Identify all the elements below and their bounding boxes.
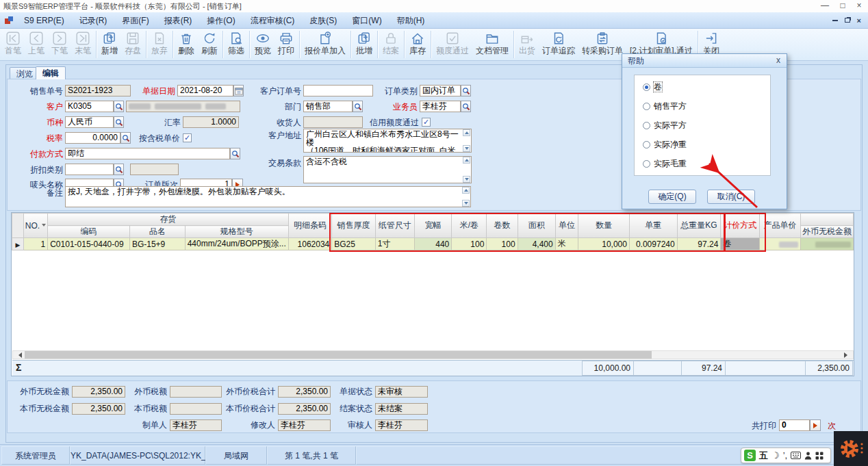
radio-option-actual-sqm[interactable]: 实际平方 xyxy=(643,120,687,130)
department-field[interactable]: 销售部 xyxy=(303,101,353,112)
scroll-up-icon[interactable] xyxy=(463,157,470,164)
salesman-lookup-button[interactable] xyxy=(461,101,471,112)
trade-terms-textarea[interactable]: 含运不含税 xyxy=(303,156,472,183)
radio-icon[interactable] xyxy=(643,160,650,168)
mdi-minimize-icon[interactable] xyxy=(832,20,838,21)
toolbar-button-stock[interactable]: 库存 xyxy=(406,30,429,57)
menu-operation[interactable]: 操作(O) xyxy=(199,12,242,29)
tax-rate-lookup-button[interactable] xyxy=(120,132,131,144)
date-picker-button[interactable] xyxy=(233,85,244,96)
horizontal-scrollbar[interactable] xyxy=(12,350,854,359)
cell-barcode[interactable]: 1062034 xyxy=(288,238,332,250)
mdi-restore-icon[interactable] xyxy=(845,18,850,23)
radio-option-net-weight[interactable]: 实际净重 xyxy=(643,140,687,149)
customer-po-field[interactable] xyxy=(303,85,373,96)
radio-icon[interactable] xyxy=(643,103,650,110)
dialog-close-icon[interactable]: x xyxy=(773,55,784,66)
payment-field[interactable]: 即结 xyxy=(65,148,230,159)
col-header-width[interactable]: 宽幅 xyxy=(414,213,452,238)
col-header-unit-weight[interactable]: 单重 xyxy=(629,213,677,238)
moon-icon[interactable]: ☽ xyxy=(771,449,780,463)
toolbar-button-next-record[interactable]: 下笔 xyxy=(48,30,71,57)
menu-record[interactable]: 记录(R) xyxy=(72,12,115,29)
col-header-meters-per-roll[interactable]: 米/卷 xyxy=(452,213,487,238)
col-header-area[interactable]: 面积 xyxy=(518,213,555,238)
menu-ui[interactable]: 界面(F) xyxy=(114,12,156,29)
toolbar-button-shipment[interactable]: 出货 xyxy=(515,30,539,57)
department-lookup-button[interactable] xyxy=(353,101,363,112)
discount-type-field[interactable] xyxy=(65,164,114,175)
cell-core-size[interactable]: 1寸 xyxy=(375,238,414,250)
toolbar-button-batch-add[interactable]: 批增 xyxy=(353,30,376,57)
menu-window[interactable]: 窗口(W) xyxy=(344,12,389,29)
cell-meters-per-roll[interactable]: 100 xyxy=(452,238,487,250)
corner-app-overlay[interactable] xyxy=(834,431,868,466)
toolbar-button-last-record[interactable]: 末笔 xyxy=(71,30,94,57)
scroll-down-icon[interactable] xyxy=(463,176,470,183)
cell-thickness[interactable]: BG25 xyxy=(332,238,375,250)
toolbar-button-refresh[interactable]: 刷新 xyxy=(198,30,221,57)
doc-date-field[interactable]: 2021-08-20 xyxy=(177,85,233,96)
col-header-core-size[interactable]: 纸管尺寸 xyxy=(375,213,414,238)
cell-unit-weight[interactable]: 0.0097240 xyxy=(629,238,677,250)
print-count-field[interactable]: 0 xyxy=(779,419,810,431)
ok-button[interactable]: 确定(Q) xyxy=(648,190,696,204)
scroll-down-icon[interactable] xyxy=(463,145,470,152)
toolbar-button-add-from-quote[interactable]: 报价单加入 xyxy=(301,30,349,57)
radio-option-sales-sqm[interactable]: 销售平方 xyxy=(643,101,687,111)
radio-option-gross-weight[interactable]: 实际毛重 xyxy=(643,159,687,168)
toolbar-button-order-tracking[interactable]: 订单追踪 xyxy=(539,30,578,57)
col-group-inventory[interactable]: 存货 xyxy=(48,213,289,226)
cell-total-weight[interactable]: 97.24 xyxy=(677,238,721,250)
col-header-pricing-mode[interactable]: 计价方式 xyxy=(721,213,760,238)
toolbar-button-save[interactable]: 存盘 xyxy=(121,30,144,57)
col-header-total-weight[interactable]: 总重量KG xyxy=(677,213,721,238)
menu-s9erp[interactable]: S9 ERP(E) xyxy=(16,12,72,29)
radio-icon[interactable] xyxy=(643,122,650,129)
tax-rate-field[interactable]: 0.0000 xyxy=(65,132,120,144)
cell-spec[interactable]: 440mm/24um/BOPP预涂... xyxy=(185,238,288,250)
cell-no[interactable]: 1 xyxy=(23,238,47,250)
toolbar-button-print[interactable]: 打印 xyxy=(275,30,298,57)
punctuation-icon[interactable]: ’, xyxy=(783,449,788,463)
col-header-code[interactable]: 编码 xyxy=(48,226,130,238)
keyboard-icon[interactable] xyxy=(791,452,801,459)
cell-width[interactable]: 440 xyxy=(414,238,452,250)
toolbar-button-quota-pass[interactable]: 额度通过 xyxy=(433,30,472,57)
salesman-field[interactable]: 李桂芬 xyxy=(420,101,461,112)
cell-fc-amount-redacted[interactable] xyxy=(800,238,853,250)
trade-terms-scrollbar[interactable] xyxy=(462,157,471,183)
maximize-window-icon[interactable]: □ xyxy=(834,0,852,12)
customer-code-field[interactable]: K0305 xyxy=(65,101,114,112)
order-type-field[interactable]: 国内订单 xyxy=(420,85,461,96)
currency-lookup-button[interactable] xyxy=(114,116,124,128)
radio-selected-icon[interactable] xyxy=(643,83,650,91)
scroll-right-icon[interactable] xyxy=(844,352,850,358)
col-header-unit[interactable]: 单位 xyxy=(555,213,578,238)
toolbar-button-close-case[interactable]: 结案 xyxy=(379,30,403,57)
toolbar-button-discard[interactable]: 放弃 xyxy=(148,30,171,57)
minimize-window-icon[interactable]: — xyxy=(816,0,834,12)
col-header-spec[interactable]: 规格型号 xyxy=(185,226,288,238)
tax-included-checkbox[interactable]: ✓ xyxy=(183,133,192,142)
toolbar-button-prev-record[interactable]: 上笔 xyxy=(25,30,48,57)
scroll-left-icon[interactable] xyxy=(16,352,22,358)
menu-flow-audit[interactable]: 流程审核(C) xyxy=(243,12,303,29)
discount-lookup-button[interactable] xyxy=(114,164,124,175)
toolbar-button-filter[interactable]: 筛选 xyxy=(225,30,248,57)
tab-edit[interactable]: 编辑 xyxy=(36,66,66,79)
sales-no-field[interactable]: S2021-1923 xyxy=(65,85,131,96)
currency-field[interactable]: 人民币 xyxy=(65,116,114,128)
credit-pass-checkbox[interactable]: ✓ xyxy=(422,118,431,127)
toolbar-button-delete[interactable]: 删除 xyxy=(175,30,198,57)
cell-unit[interactable]: 米 xyxy=(555,238,578,250)
cell-pricing-mode-selected[interactable]: 卷 xyxy=(721,238,760,250)
menu-skin[interactable]: 皮肤(S) xyxy=(302,12,344,29)
cell-code[interactable]: C0101-015-0440-09 xyxy=(48,238,130,250)
person-icon[interactable] xyxy=(804,452,812,460)
cancel-button[interactable]: 取消(C) xyxy=(707,190,755,204)
payment-lookup-button[interactable] xyxy=(230,148,240,159)
radio-icon[interactable] xyxy=(643,141,650,148)
order-type-lookup-button[interactable] xyxy=(461,85,471,96)
toolbox-grid-icon[interactable] xyxy=(815,452,824,460)
